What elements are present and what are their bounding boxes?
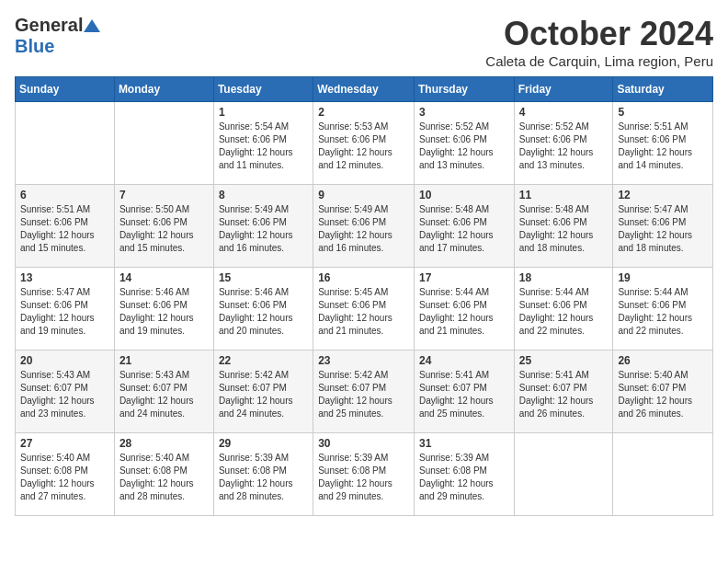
calendar-cell: 3Sunrise: 5:52 AM Sunset: 6:06 PM Daylig… xyxy=(414,102,514,185)
calendar-header-row: SundayMondayTuesdayWednesdayThursdayFrid… xyxy=(16,77,713,102)
calendar-cell: 17Sunrise: 5:44 AM Sunset: 6:06 PM Dayli… xyxy=(414,268,514,350)
day-number: 20 xyxy=(20,354,109,367)
logo-bird-icon xyxy=(84,17,100,34)
day-info: Sunrise: 5:53 AM Sunset: 6:06 PM Dayligh… xyxy=(318,121,409,172)
logo: General Blue xyxy=(15,15,101,57)
day-number: 12 xyxy=(618,189,708,201)
day-header-tuesday: Tuesday xyxy=(213,77,313,102)
svg-marker-0 xyxy=(84,19,100,32)
day-info: Sunrise: 5:44 AM Sunset: 6:06 PM Dayligh… xyxy=(419,286,509,338)
day-info: Sunrise: 5:49 AM Sunset: 6:06 PM Dayligh… xyxy=(219,203,308,255)
day-number: 23 xyxy=(318,354,409,367)
day-info: Sunrise: 5:41 AM Sunset: 6:07 PM Dayligh… xyxy=(419,369,509,420)
day-info: Sunrise: 5:42 AM Sunset: 6:07 PM Dayligh… xyxy=(318,369,409,420)
calendar-cell: 22Sunrise: 5:42 AM Sunset: 6:07 PM Dayli… xyxy=(213,350,313,433)
day-number: 21 xyxy=(119,354,209,367)
day-number: 6 xyxy=(20,189,109,201)
day-header-wednesday: Wednesday xyxy=(313,77,415,102)
day-info: Sunrise: 5:41 AM Sunset: 6:07 PM Dayligh… xyxy=(519,369,609,420)
calendar-cell: 4Sunrise: 5:52 AM Sunset: 6:06 PM Daylig… xyxy=(514,102,613,185)
day-header-friday: Friday xyxy=(514,77,613,102)
calendar-cell: 31Sunrise: 5:39 AM Sunset: 6:08 PM Dayli… xyxy=(414,433,514,516)
calendar-week-5: 27Sunrise: 5:40 AM Sunset: 6:08 PM Dayli… xyxy=(16,433,713,516)
day-number: 1 xyxy=(219,106,308,119)
day-info: Sunrise: 5:44 AM Sunset: 6:06 PM Dayligh… xyxy=(519,286,609,338)
calendar-week-3: 13Sunrise: 5:47 AM Sunset: 6:06 PM Dayli… xyxy=(16,268,713,350)
day-number: 31 xyxy=(419,437,509,450)
day-number: 10 xyxy=(419,189,509,201)
calendar-week-2: 6Sunrise: 5:51 AM Sunset: 6:06 PM Daylig… xyxy=(16,185,713,268)
calendar-cell: 7Sunrise: 5:50 AM Sunset: 6:06 PM Daylig… xyxy=(114,185,213,268)
day-info: Sunrise: 5:46 AM Sunset: 6:06 PM Dayligh… xyxy=(219,286,308,338)
calendar-body: 1Sunrise: 5:54 AM Sunset: 6:06 PM Daylig… xyxy=(16,102,713,516)
calendar-cell xyxy=(613,433,713,516)
calendar-cell: 19Sunrise: 5:44 AM Sunset: 6:06 PM Dayli… xyxy=(613,268,713,350)
day-number: 22 xyxy=(219,354,308,367)
logo-blue-text: Blue xyxy=(15,36,54,56)
day-number: 2 xyxy=(318,106,409,119)
calendar-cell xyxy=(114,102,213,185)
day-info: Sunrise: 5:47 AM Sunset: 6:06 PM Dayligh… xyxy=(20,286,109,338)
calendar-cell: 1Sunrise: 5:54 AM Sunset: 6:06 PM Daylig… xyxy=(213,102,313,185)
day-number: 29 xyxy=(219,437,308,450)
day-info: Sunrise: 5:46 AM Sunset: 6:06 PM Dayligh… xyxy=(119,286,209,338)
day-header-monday: Monday xyxy=(114,77,213,102)
calendar-cell: 10Sunrise: 5:48 AM Sunset: 6:06 PM Dayli… xyxy=(414,185,514,268)
day-info: Sunrise: 5:40 AM Sunset: 6:08 PM Dayligh… xyxy=(20,452,109,503)
day-number: 25 xyxy=(519,354,609,367)
day-info: Sunrise: 5:50 AM Sunset: 6:06 PM Dayligh… xyxy=(119,203,209,255)
day-info: Sunrise: 5:52 AM Sunset: 6:06 PM Dayligh… xyxy=(419,121,509,172)
calendar-cell: 2Sunrise: 5:53 AM Sunset: 6:06 PM Daylig… xyxy=(313,102,415,185)
day-number: 27 xyxy=(20,437,109,450)
day-number: 13 xyxy=(20,271,109,284)
calendar-cell: 18Sunrise: 5:44 AM Sunset: 6:06 PM Dayli… xyxy=(514,268,613,350)
day-number: 9 xyxy=(318,189,409,201)
day-number: 11 xyxy=(519,189,609,201)
day-info: Sunrise: 5:44 AM Sunset: 6:06 PM Dayligh… xyxy=(618,286,708,338)
day-info: Sunrise: 5:51 AM Sunset: 6:06 PM Dayligh… xyxy=(20,203,109,255)
calendar-cell: 8Sunrise: 5:49 AM Sunset: 6:06 PM Daylig… xyxy=(213,185,313,268)
day-info: Sunrise: 5:48 AM Sunset: 6:06 PM Dayligh… xyxy=(419,203,509,255)
calendar-table: SundayMondayTuesdayWednesdayThursdayFrid… xyxy=(15,76,713,516)
calendar-cell: 21Sunrise: 5:43 AM Sunset: 6:07 PM Dayli… xyxy=(114,350,213,433)
calendar-cell: 9Sunrise: 5:49 AM Sunset: 6:06 PM Daylig… xyxy=(313,185,415,268)
day-info: Sunrise: 5:49 AM Sunset: 6:06 PM Dayligh… xyxy=(318,203,409,255)
calendar-cell: 29Sunrise: 5:39 AM Sunset: 6:08 PM Dayli… xyxy=(213,433,313,516)
calendar-cell: 24Sunrise: 5:41 AM Sunset: 6:07 PM Dayli… xyxy=(414,350,514,433)
calendar-week-4: 20Sunrise: 5:43 AM Sunset: 6:07 PM Dayli… xyxy=(16,350,713,433)
day-number: 24 xyxy=(419,354,509,367)
calendar-cell: 13Sunrise: 5:47 AM Sunset: 6:06 PM Dayli… xyxy=(16,268,115,350)
day-info: Sunrise: 5:51 AM Sunset: 6:06 PM Dayligh… xyxy=(618,121,708,172)
day-info: Sunrise: 5:40 AM Sunset: 6:07 PM Dayligh… xyxy=(618,369,708,420)
calendar-cell: 16Sunrise: 5:45 AM Sunset: 6:06 PM Dayli… xyxy=(313,268,415,350)
day-info: Sunrise: 5:43 AM Sunset: 6:07 PM Dayligh… xyxy=(119,369,209,420)
calendar-cell: 28Sunrise: 5:40 AM Sunset: 6:08 PM Dayli… xyxy=(114,433,213,516)
calendar-cell: 30Sunrise: 5:39 AM Sunset: 6:08 PM Dayli… xyxy=(313,433,415,516)
day-number: 7 xyxy=(119,189,209,201)
day-number: 26 xyxy=(618,354,708,367)
calendar-cell: 14Sunrise: 5:46 AM Sunset: 6:06 PM Dayli… xyxy=(114,268,213,350)
day-number: 4 xyxy=(519,106,609,119)
day-number: 8 xyxy=(219,189,308,201)
day-info: Sunrise: 5:39 AM Sunset: 6:08 PM Dayligh… xyxy=(318,452,409,503)
day-number: 3 xyxy=(419,106,509,119)
day-header-sunday: Sunday xyxy=(16,77,115,102)
day-info: Sunrise: 5:39 AM Sunset: 6:08 PM Dayligh… xyxy=(219,452,308,503)
calendar-cell: 11Sunrise: 5:48 AM Sunset: 6:06 PM Dayli… xyxy=(514,185,613,268)
month-title: October 2024 xyxy=(485,15,713,53)
day-info: Sunrise: 5:54 AM Sunset: 6:06 PM Dayligh… xyxy=(219,121,308,172)
title-section: October 2024 Caleta de Carquin, Lima reg… xyxy=(485,15,713,69)
day-header-saturday: Saturday xyxy=(613,77,713,102)
calendar-cell: 25Sunrise: 5:41 AM Sunset: 6:07 PM Dayli… xyxy=(514,350,613,433)
day-number: 15 xyxy=(219,271,308,284)
day-number: 5 xyxy=(618,106,708,119)
calendar-cell xyxy=(16,102,115,185)
calendar-cell: 23Sunrise: 5:42 AM Sunset: 6:07 PM Dayli… xyxy=(313,350,415,433)
day-info: Sunrise: 5:47 AM Sunset: 6:06 PM Dayligh… xyxy=(618,203,708,255)
calendar-cell: 20Sunrise: 5:43 AM Sunset: 6:07 PM Dayli… xyxy=(16,350,115,433)
day-number: 17 xyxy=(419,271,509,284)
day-info: Sunrise: 5:52 AM Sunset: 6:06 PM Dayligh… xyxy=(519,121,609,172)
day-info: Sunrise: 5:40 AM Sunset: 6:08 PM Dayligh… xyxy=(119,452,209,503)
calendar-cell: 15Sunrise: 5:46 AM Sunset: 6:06 PM Dayli… xyxy=(213,268,313,350)
day-info: Sunrise: 5:39 AM Sunset: 6:08 PM Dayligh… xyxy=(419,452,509,503)
